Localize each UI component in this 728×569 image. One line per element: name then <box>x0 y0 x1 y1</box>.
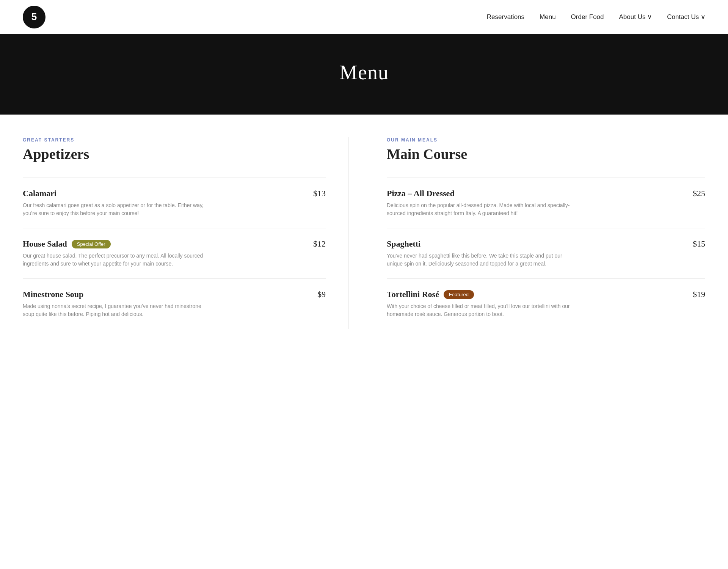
nav-order-food[interactable]: Order Food <box>571 13 604 21</box>
item-price-tortellini: $19 <box>693 289 705 299</box>
item-desc-pizza: Delicious spin on the popular all-dresse… <box>387 201 576 217</box>
item-desc-spaghetti: You've never had spaghetti like this bef… <box>387 252 576 268</box>
menu-item-house-salad: House Salad Special Offer $12 Our great … <box>23 228 326 278</box>
appetizers-header: GREAT STARTERS Appetizers <box>23 137 326 166</box>
appetizers-title: Appetizers <box>23 146 326 162</box>
main-course-header: OUR MAIN MEALS Main Course <box>387 137 705 166</box>
item-price-spaghetti: $15 <box>693 239 705 249</box>
item-price-minestrone: $9 <box>317 289 326 299</box>
item-name-house-salad: House Salad <box>23 239 67 249</box>
item-name-pizza: Pizza – All Dressed <box>387 189 455 198</box>
logo[interactable]: 5 <box>23 6 46 28</box>
main-course-title: Main Course <box>387 146 705 162</box>
hero-banner: Menu <box>0 34 728 115</box>
item-desc-minestrone: Made using nonna's secret recipe, I guar… <box>23 302 212 318</box>
menu-item-pizza: Pizza – All Dressed $25 Delicious spin o… <box>387 178 705 228</box>
item-name-calamari: Calamari <box>23 189 56 198</box>
main-nav: Reservations Menu Order Food About Us ∨ … <box>487 13 705 21</box>
menu-item-minestrone: Minestrone Soup $9 Made using nonna's se… <box>23 278 326 329</box>
badge-special-offer: Special Offer <box>72 240 111 248</box>
item-name-minestrone: Minestrone Soup <box>23 289 83 299</box>
site-header: 5 Reservations Menu Order Food About Us … <box>0 0 728 34</box>
badge-featured: Featured <box>444 290 474 299</box>
menu-item-tortellini: Tortellini Rosé Featured $19 With your c… <box>387 278 705 329</box>
item-desc-tortellini: With your choice of cheese filled or mea… <box>387 302 576 318</box>
item-price-calamari: $13 <box>313 189 326 198</box>
menu-item-spaghetti: Spaghetti $15 You've never had spaghetti… <box>387 228 705 278</box>
appetizers-label: GREAT STARTERS <box>23 137 326 143</box>
menu-content: GREAT STARTERS Appetizers Calamari $13 O… <box>0 115 728 359</box>
nav-reservations[interactable]: Reservations <box>487 13 524 21</box>
nav-menu[interactable]: Menu <box>540 13 556 21</box>
appetizers-section: GREAT STARTERS Appetizers Calamari $13 O… <box>23 137 349 329</box>
menu-item-calamari: Calamari $13 Our fresh calamari goes gre… <box>23 178 326 228</box>
item-desc-house-salad: Our great house salad. The perfect precu… <box>23 252 212 268</box>
nav-contact-us[interactable]: Contact Us ∨ <box>667 13 705 21</box>
item-name-tortellini: Tortellini Rosé <box>387 289 439 299</box>
item-desc-calamari: Our fresh calamari goes great as a solo … <box>23 201 212 217</box>
hero-title: Menu <box>0 61 728 84</box>
main-course-section: OUR MAIN MEALS Main Course Pizza – All D… <box>379 137 705 329</box>
item-price-pizza: $25 <box>693 189 705 198</box>
main-course-label: OUR MAIN MEALS <box>387 137 705 143</box>
item-price-house-salad: $12 <box>313 239 326 249</box>
nav-about-us[interactable]: About Us ∨ <box>619 13 652 21</box>
item-name-spaghetti: Spaghetti <box>387 239 420 249</box>
